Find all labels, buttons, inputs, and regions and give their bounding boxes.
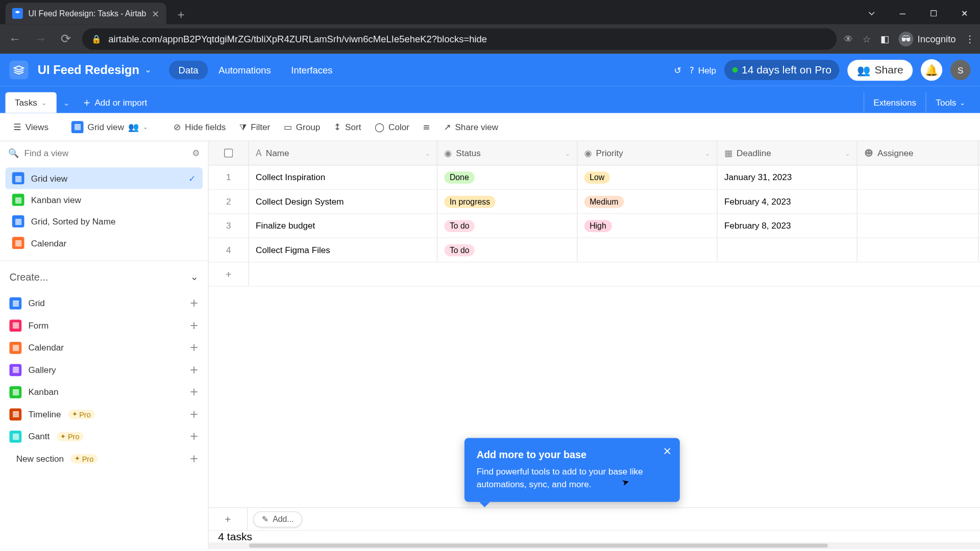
column-header-priority[interactable]: ◉Priority⌄ — [577, 141, 717, 165]
extensions-button[interactable]: Extensions — [863, 92, 925, 113]
plus-icon[interactable]: + — [189, 452, 199, 465]
table-row[interactable]: 2 Collect Design System In progress Medi… — [209, 190, 980, 214]
back-button[interactable]: ← — [6, 30, 24, 48]
tab-interfaces[interactable]: Interfaces — [282, 61, 342, 80]
cell-deadline[interactable]: February 4, 2023 — [718, 190, 857, 213]
row-number[interactable]: 2 — [209, 190, 249, 213]
row-height-button[interactable]: ≡ — [418, 118, 435, 135]
cell-priority[interactable]: Medium — [577, 190, 717, 213]
row-number[interactable]: 4 — [209, 238, 249, 262]
cell-status[interactable]: Done — [437, 165, 577, 189]
tools-button[interactable]: Tools⌄ — [926, 92, 975, 113]
create-view-option[interactable]: ▦ Timeline Pro + — [0, 403, 208, 425]
incognito-badge[interactable]: 🕶 Incognito — [899, 32, 956, 46]
cell-priority[interactable]: High — [577, 214, 717, 237]
plus-icon[interactable]: + — [189, 341, 199, 354]
sidebar-view-item[interactable]: ▦ Calendar — [6, 232, 203, 254]
add-row-button[interactable]: + — [209, 508, 248, 531]
cell-priority[interactable] — [577, 238, 717, 262]
table-row[interactable]: 3 Finalize budget To do High February 8,… — [209, 214, 980, 238]
cell-name[interactable]: Collect Design System — [249, 190, 437, 213]
plus-icon[interactable]: + — [189, 386, 199, 398]
select-all-checkbox[interactable] — [209, 141, 249, 165]
plus-icon[interactable]: + — [189, 430, 199, 443]
sidebar-view-item[interactable]: ▦ Grid view ✓ — [6, 167, 203, 189]
help-button[interactable]: ?Help — [690, 65, 716, 75]
add-menu-button[interactable]: ✎Add... — [253, 511, 303, 528]
chevron-down-icon[interactable]: ⌄ — [425, 149, 430, 156]
cell-assignee[interactable] — [857, 214, 978, 237]
trial-pill[interactable]: 14 days left on Pro — [724, 60, 840, 80]
chevron-down-icon[interactable]: ⌄ — [145, 65, 152, 74]
notifications-button[interactable]: 🔔 — [921, 59, 942, 81]
create-view-option[interactable]: ▦ Form + — [0, 314, 208, 337]
window-minimize[interactable]: ─ — [887, 3, 918, 24]
cell-assignee[interactable] — [857, 238, 978, 262]
sidebar-view-item[interactable]: ▦ Grid, Sorted by Name — [6, 211, 203, 232]
views-toggle[interactable]: ☰Views — [8, 118, 54, 135]
cell-status[interactable]: To do — [437, 238, 577, 262]
column-header-assignee[interactable]: ☻Assignee — [857, 141, 978, 165]
plus-icon[interactable]: + — [189, 363, 199, 376]
cell-deadline[interactable] — [718, 238, 857, 262]
horizontal-scrollbar[interactable] — [209, 542, 980, 549]
chevron-down-icon[interactable]: ⌄ — [41, 99, 47, 107]
table-tab-tasks[interactable]: Tasks⌄ — [6, 92, 57, 113]
user-avatar[interactable]: S — [950, 60, 971, 80]
create-view-option[interactable]: ▦ Gallery + — [0, 359, 208, 381]
add-or-import-button[interactable]: +Add or import — [77, 92, 154, 113]
chevron-down-icon[interactable]: ⌄ — [565, 149, 570, 156]
row-number[interactable]: 1 — [209, 165, 249, 189]
create-section-toggle[interactable]: Create...⌄ — [0, 260, 208, 292]
column-header-status[interactable]: ◉Status⌄ — [437, 141, 577, 165]
new-section-button[interactable]: New section Pro + — [0, 447, 208, 470]
cell-priority[interactable]: Low — [577, 165, 717, 189]
close-popover-button[interactable]: × — [663, 445, 672, 458]
share-view-button[interactable]: ↗Share view — [438, 118, 504, 135]
tab-search-icon[interactable] — [856, 3, 887, 24]
hide-fields-button[interactable]: ⊘Hide fields — [168, 118, 231, 135]
address-bar[interactable]: 🔒 airtable.com/appnB2PYqtdgiMrZG/tbliXpR… — [82, 28, 837, 49]
plus-icon[interactable]: + — [189, 319, 199, 332]
window-close[interactable]: ✕ — [949, 3, 980, 24]
create-view-option[interactable]: ▦ Calendar + — [0, 336, 208, 359]
cell-name[interactable]: Collect Figma Files — [249, 238, 437, 262]
chevron-down-icon[interactable]: ⌄ — [845, 149, 850, 156]
create-view-option[interactable]: ▦ Gantt Pro + — [0, 425, 208, 447]
kebab-menu-icon[interactable]: ⋮ — [965, 34, 974, 44]
row-number[interactable]: 3 — [209, 214, 249, 237]
eye-off-icon[interactable]: 👁 — [844, 34, 853, 44]
window-maximize[interactable]: ☐ — [918, 3, 949, 24]
create-view-option[interactable]: ▦ Kanban + — [0, 381, 208, 403]
add-row-inline[interactable]: + — [209, 262, 249, 286]
chevron-down-icon[interactable]: ⌄ — [705, 149, 710, 156]
base-icon[interactable] — [9, 61, 28, 80]
tab-automations[interactable]: Automations — [209, 61, 281, 80]
table-tab-menu[interactable]: ⌄ — [56, 93, 77, 113]
sort-button[interactable]: ↕Sort — [328, 118, 366, 135]
cell-assignee[interactable] — [857, 190, 978, 213]
table-row[interactable]: 4 Collect Figma Files To do — [209, 238, 980, 262]
find-view-input[interactable] — [24, 148, 186, 158]
column-header-deadline[interactable]: ▦Deadline⌄ — [718, 141, 857, 165]
browser-tab[interactable]: UI Feed Redesign: Tasks - Airtab × — [6, 3, 166, 24]
share-button[interactable]: 👥Share — [848, 60, 913, 81]
sidebar-view-item[interactable]: ▦ Kanban view — [6, 189, 203, 211]
cell-name[interactable]: Finalize budget — [249, 214, 437, 237]
settings-icon[interactable]: ⚙ — [192, 148, 200, 158]
column-header-name[interactable]: AName⌄ — [249, 141, 437, 165]
cell-status[interactable]: In progress — [437, 190, 577, 213]
view-switcher[interactable]: ▦Grid view👥⌄ — [66, 117, 153, 136]
cell-assignee[interactable] — [857, 165, 978, 189]
base-name[interactable]: UI Feed Redesign — [38, 63, 139, 77]
cell-name[interactable]: Collect Inspiration — [249, 165, 437, 189]
group-button[interactable]: ▭Group — [278, 118, 326, 135]
tab-data[interactable]: Data — [169, 61, 208, 80]
cell-status[interactable]: To do — [437, 214, 577, 237]
cell-deadline[interactable]: January 31, 2023 — [718, 165, 857, 189]
table-row[interactable]: 1 Collect Inspiration Done Low January 3… — [209, 165, 980, 189]
history-button[interactable]: ↺ — [674, 65, 681, 75]
reload-button[interactable]: ⟳ — [57, 30, 76, 48]
plus-icon[interactable]: + — [189, 408, 199, 420]
plus-icon[interactable]: + — [189, 297, 199, 310]
